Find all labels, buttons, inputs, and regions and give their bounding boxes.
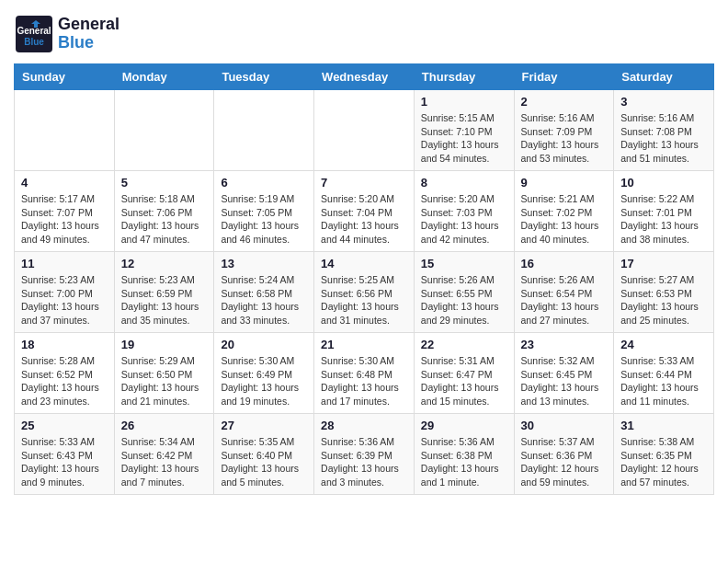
calendar-cell: 24Sunrise: 5:33 AMSunset: 6:44 PMDayligh… bbox=[614, 333, 714, 414]
calendar-cell: 13Sunrise: 5:24 AMSunset: 6:58 PMDayligh… bbox=[214, 252, 314, 333]
calendar-cell: 27Sunrise: 5:35 AMSunset: 6:40 PMDayligh… bbox=[214, 414, 314, 495]
day-info: Sunrise: 5:18 AMSunset: 7:06 PMDaylight:… bbox=[121, 192, 208, 247]
day-info: Sunrise: 5:22 AMSunset: 7:01 PMDaylight:… bbox=[620, 192, 707, 247]
calendar-cell: 21Sunrise: 5:30 AMSunset: 6:48 PMDayligh… bbox=[314, 333, 415, 414]
day-number: 16 bbox=[521, 257, 608, 270]
calendar-cell: 30Sunrise: 5:37 AMSunset: 6:36 PMDayligh… bbox=[514, 414, 614, 495]
day-number: 22 bbox=[421, 338, 507, 351]
day-number: 15 bbox=[421, 257, 507, 270]
day-info: Sunrise: 5:23 AMSunset: 7:00 PMDaylight:… bbox=[21, 273, 108, 327]
day-info: Sunrise: 5:28 AMSunset: 6:52 PMDaylight:… bbox=[21, 354, 108, 408]
week-row-3: 11Sunrise: 5:23 AMSunset: 7:00 PMDayligh… bbox=[15, 252, 714, 333]
day-number: 26 bbox=[121, 419, 208, 432]
calendar-cell bbox=[214, 90, 314, 171]
calendar-cell: 14Sunrise: 5:25 AMSunset: 6:56 PMDayligh… bbox=[314, 252, 415, 333]
calendar-header: SundayMondayTuesdayWednesdayThursdayFrid… bbox=[15, 64, 714, 90]
day-number: 4 bbox=[21, 176, 108, 190]
logo-general: General bbox=[58, 16, 119, 34]
day-number: 23 bbox=[521, 338, 608, 351]
weekday-header-tuesday: Tuesday bbox=[214, 64, 314, 90]
calendar-cell: 25Sunrise: 5:33 AMSunset: 6:43 PMDayligh… bbox=[15, 414, 115, 495]
day-number: 20 bbox=[221, 338, 307, 351]
weekday-header-wednesday: Wednesday bbox=[314, 64, 415, 90]
calendar-cell: 23Sunrise: 5:32 AMSunset: 6:45 PMDayligh… bbox=[514, 333, 614, 414]
day-number: 5 bbox=[121, 176, 208, 190]
day-number: 30 bbox=[521, 419, 608, 432]
day-info: Sunrise: 5:30 AMSunset: 6:49 PMDaylight:… bbox=[221, 354, 307, 408]
day-info: Sunrise: 5:26 AMSunset: 6:54 PMDaylight:… bbox=[521, 273, 608, 327]
day-number: 31 bbox=[620, 419, 707, 432]
day-number: 27 bbox=[221, 419, 307, 432]
day-info: Sunrise: 5:16 AMSunset: 7:09 PMDaylight:… bbox=[521, 111, 608, 166]
day-info: Sunrise: 5:35 AMSunset: 6:40 PMDaylight:… bbox=[221, 435, 307, 489]
day-number: 14 bbox=[321, 257, 407, 270]
calendar-cell bbox=[114, 90, 214, 171]
day-number: 9 bbox=[521, 176, 608, 190]
calendar-cell: 26Sunrise: 5:34 AMSunset: 6:42 PMDayligh… bbox=[114, 414, 214, 495]
day-info: Sunrise: 5:20 AMSunset: 7:03 PMDaylight:… bbox=[421, 192, 507, 247]
day-info: Sunrise: 5:15 AMSunset: 7:10 PMDaylight:… bbox=[421, 111, 507, 166]
day-info: Sunrise: 5:31 AMSunset: 6:47 PMDaylight:… bbox=[421, 354, 507, 408]
day-info: Sunrise: 5:37 AMSunset: 6:36 PMDaylight:… bbox=[521, 435, 608, 489]
day-info: Sunrise: 5:34 AMSunset: 6:42 PMDaylight:… bbox=[121, 435, 208, 489]
week-row-1: 1Sunrise: 5:15 AMSunset: 7:10 PMDaylight… bbox=[15, 90, 714, 171]
week-row-5: 25Sunrise: 5:33 AMSunset: 6:43 PMDayligh… bbox=[15, 414, 714, 495]
day-number: 13 bbox=[221, 257, 307, 270]
calendar-cell: 2Sunrise: 5:16 AMSunset: 7:09 PMDaylight… bbox=[514, 90, 614, 171]
calendar-cell: 7Sunrise: 5:20 AMSunset: 7:04 PMDaylight… bbox=[314, 171, 415, 252]
day-number: 1 bbox=[421, 95, 507, 109]
day-info: Sunrise: 5:30 AMSunset: 6:48 PMDaylight:… bbox=[321, 354, 407, 408]
svg-text:Blue: Blue bbox=[24, 37, 44, 47]
weekday-header-monday: Monday bbox=[114, 64, 214, 90]
day-number: 28 bbox=[321, 419, 407, 432]
day-info: Sunrise: 5:25 AMSunset: 6:56 PMDaylight:… bbox=[321, 273, 407, 327]
day-info: Sunrise: 5:26 AMSunset: 6:55 PMDaylight:… bbox=[421, 273, 507, 327]
week-row-4: 18Sunrise: 5:28 AMSunset: 6:52 PMDayligh… bbox=[15, 333, 714, 414]
day-number: 21 bbox=[321, 338, 407, 351]
day-number: 19 bbox=[121, 338, 208, 351]
calendar-cell: 10Sunrise: 5:22 AMSunset: 7:01 PMDayligh… bbox=[614, 171, 714, 252]
calendar-cell: 6Sunrise: 5:19 AMSunset: 7:05 PMDaylight… bbox=[214, 171, 314, 252]
calendar-table: SundayMondayTuesdayWednesdayThursdayFrid… bbox=[14, 63, 714, 495]
day-info: Sunrise: 5:23 AMSunset: 6:59 PMDaylight:… bbox=[121, 273, 208, 327]
calendar-cell: 12Sunrise: 5:23 AMSunset: 6:59 PMDayligh… bbox=[114, 252, 214, 333]
day-number: 3 bbox=[620, 95, 707, 109]
calendar-cell: 31Sunrise: 5:38 AMSunset: 6:35 PMDayligh… bbox=[614, 414, 714, 495]
day-info: Sunrise: 5:19 AMSunset: 7:05 PMDaylight:… bbox=[221, 192, 307, 247]
day-info: Sunrise: 5:36 AMSunset: 6:39 PMDaylight:… bbox=[321, 435, 407, 489]
calendar-cell: 3Sunrise: 5:16 AMSunset: 7:08 PMDaylight… bbox=[614, 90, 714, 171]
calendar-cell bbox=[15, 90, 115, 171]
day-number: 29 bbox=[421, 419, 507, 432]
weekday-header-thursday: Thursday bbox=[414, 64, 514, 90]
day-number: 11 bbox=[21, 257, 108, 270]
calendar-cell: 18Sunrise: 5:28 AMSunset: 6:52 PMDayligh… bbox=[15, 333, 115, 414]
calendar-cell: 11Sunrise: 5:23 AMSunset: 7:00 PMDayligh… bbox=[15, 252, 115, 333]
day-number: 12 bbox=[121, 257, 208, 270]
calendar-cell: 16Sunrise: 5:26 AMSunset: 6:54 PMDayligh… bbox=[514, 252, 614, 333]
calendar-cell: 22Sunrise: 5:31 AMSunset: 6:47 PMDayligh… bbox=[414, 333, 514, 414]
day-info: Sunrise: 5:29 AMSunset: 6:50 PMDaylight:… bbox=[121, 354, 208, 408]
weekday-header-saturday: Saturday bbox=[614, 64, 714, 90]
calendar-cell: 19Sunrise: 5:29 AMSunset: 6:50 PMDayligh… bbox=[114, 333, 214, 414]
day-info: Sunrise: 5:24 AMSunset: 6:58 PMDaylight:… bbox=[221, 273, 307, 327]
calendar-cell: 20Sunrise: 5:30 AMSunset: 6:49 PMDayligh… bbox=[214, 333, 314, 414]
logo-icon: General Blue bbox=[14, 14, 54, 54]
weekday-header-sunday: Sunday bbox=[15, 64, 115, 90]
day-info: Sunrise: 5:16 AMSunset: 7:08 PMDaylight:… bbox=[620, 111, 707, 166]
calendar-cell: 9Sunrise: 5:21 AMSunset: 7:02 PMDaylight… bbox=[514, 171, 614, 252]
day-info: Sunrise: 5:21 AMSunset: 7:02 PMDaylight:… bbox=[521, 192, 608, 247]
day-number: 25 bbox=[21, 419, 108, 432]
logo: General Blue General Blue bbox=[14, 14, 119, 54]
day-info: Sunrise: 5:38 AMSunset: 6:35 PMDaylight:… bbox=[620, 435, 707, 489]
day-number: 6 bbox=[221, 176, 307, 190]
logo-blue: Blue bbox=[58, 34, 119, 52]
week-row-2: 4Sunrise: 5:17 AMSunset: 7:07 PMDaylight… bbox=[15, 171, 714, 252]
day-info: Sunrise: 5:17 AMSunset: 7:07 PMDaylight:… bbox=[21, 192, 108, 247]
weekday-header-row: SundayMondayTuesdayWednesdayThursdayFrid… bbox=[15, 64, 714, 90]
calendar-cell: 28Sunrise: 5:36 AMSunset: 6:39 PMDayligh… bbox=[314, 414, 415, 495]
calendar-cell bbox=[314, 90, 415, 171]
day-number: 18 bbox=[21, 338, 108, 351]
calendar-cell: 4Sunrise: 5:17 AMSunset: 7:07 PMDaylight… bbox=[15, 171, 115, 252]
page-header: General Blue General Blue bbox=[14, 14, 714, 54]
day-number: 2 bbox=[521, 95, 608, 109]
